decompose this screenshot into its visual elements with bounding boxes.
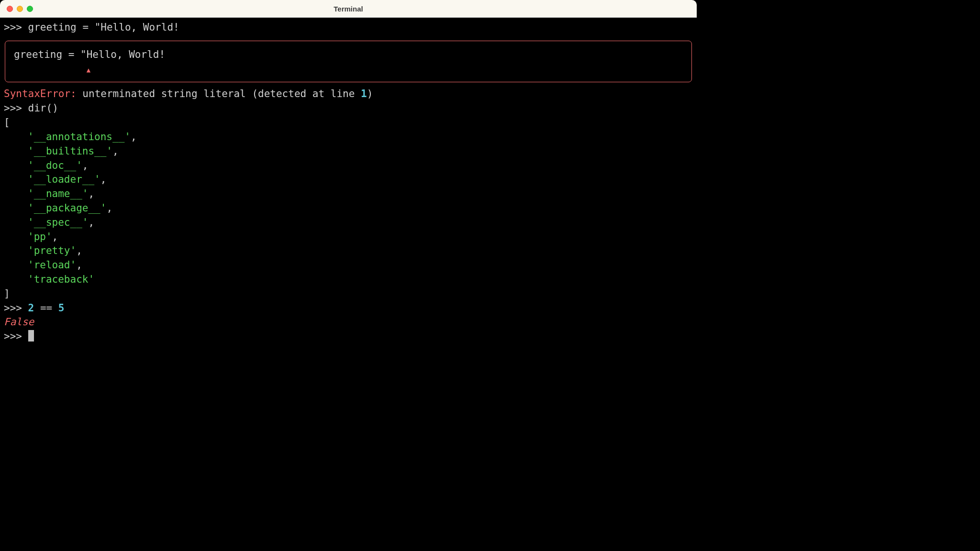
window-title: Terminal [7, 5, 690, 13]
dir-item: '__annotations__' [28, 131, 131, 143]
error-caret-icon: ▲ [87, 66, 90, 75]
terminal-window: Terminal >>> greeting = "Hello, World! g… [0, 0, 697, 390]
error-highlight-box: greeting = "Hello, World! ▲ [5, 41, 692, 83]
caret-indent [14, 63, 87, 75]
equals-op: == [34, 302, 58, 314]
dir-item: 'pp' [28, 231, 52, 242]
dir-item: 'traceback' [28, 274, 94, 285]
equals-op: = [77, 22, 95, 33]
comma: , [76, 259, 82, 271]
result-false: False [4, 316, 34, 328]
dir-item: 'pretty' [28, 245, 76, 256]
prompt: >>> [4, 331, 28, 342]
comma: , [82, 160, 89, 171]
prompt: >>> [4, 22, 28, 33]
terminal-output[interactable]: >>> greeting = "Hello, World! greeting =… [0, 18, 697, 390]
close-button[interactable] [7, 6, 13, 12]
cursor-icon [28, 330, 34, 342]
variable-name: greeting [28, 22, 77, 33]
number: 5 [58, 302, 65, 314]
comma: , [112, 145, 119, 157]
comma: , [106, 202, 112, 214]
dir-item: '__name__' [28, 188, 88, 199]
bracket-open: [ [4, 117, 10, 128]
string-literal: "Hello, World! [95, 22, 179, 33]
comma: , [88, 217, 94, 228]
bracket-close: ] [4, 288, 10, 299]
dir-item: '__doc__' [28, 160, 82, 171]
prompt: >>> [4, 102, 28, 114]
comma: , [100, 174, 107, 185]
paren-close: ) [367, 88, 373, 99]
error-code-line: greeting = "Hello, World! [14, 49, 165, 60]
comma: , [52, 231, 58, 242]
function-name: dir [28, 102, 46, 114]
number: 2 [28, 302, 34, 314]
dir-item: 'reload' [28, 259, 76, 271]
error-msg: unterminated string literal [77, 88, 252, 99]
dir-item: '__package__' [28, 202, 106, 214]
dir-item: '__spec__' [28, 217, 88, 228]
dir-item: '__loader__' [28, 174, 100, 185]
comma: , [88, 188, 94, 199]
traffic-lights [7, 6, 33, 12]
comma: , [76, 245, 82, 256]
prompt: >>> [4, 302, 28, 314]
dir-item: '__builtins__' [28, 145, 112, 157]
titlebar: Terminal [0, 0, 697, 18]
comma: , [131, 131, 137, 143]
error-line-number: 1 [361, 88, 367, 99]
paren-open: ( [252, 88, 258, 99]
error-name: SyntaxError: [4, 88, 77, 99]
minimize-button[interactable] [17, 6, 23, 12]
error-detected: detected at line [258, 88, 361, 99]
parens: () [46, 102, 58, 114]
maximize-button[interactable] [27, 6, 33, 12]
